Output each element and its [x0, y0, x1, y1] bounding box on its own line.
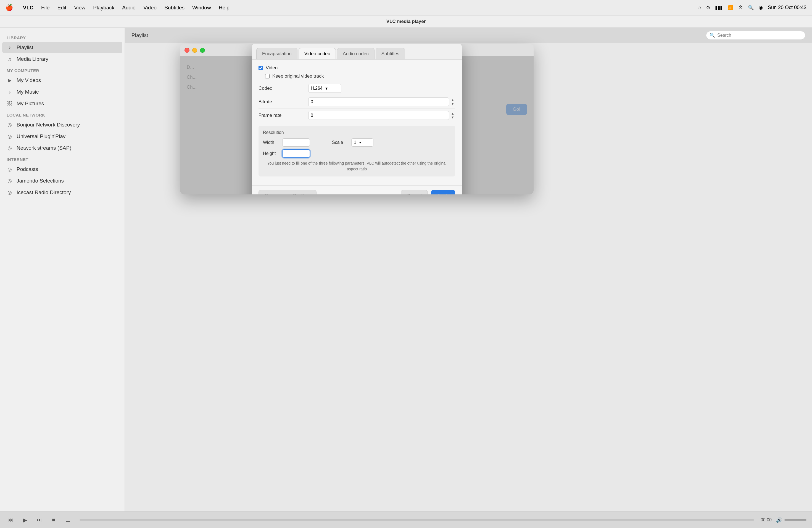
keep-original-checkbox[interactable]: [265, 74, 270, 78]
dialog-content: Video Keep original video track Codec: [252, 60, 462, 185]
sidebar-item-my-videos[interactable]: ▶ My Videos: [0, 75, 125, 86]
stop-button[interactable]: ■: [48, 515, 59, 525]
sidebar-item-bonjour[interactable]: ◎ Bonjour Network Discovery: [0, 119, 125, 131]
cancel-button[interactable]: Cancel: [401, 190, 428, 194]
framerate-control: 0 ▲ ▼: [308, 111, 455, 120]
progress-bar[interactable]: [79, 519, 754, 520]
scale-select-arrow: ▼: [359, 141, 362, 144]
prev-button[interactable]: ⏮: [5, 515, 15, 525]
sidebar-item-network-streams-label: Network streams (SAP): [17, 145, 71, 151]
volume-icon[interactable]: 🔊: [776, 517, 782, 523]
framerate-up[interactable]: ▲: [450, 112, 455, 115]
window-titlebar: VLC media player: [0, 15, 812, 28]
maximize-button[interactable]: [200, 48, 205, 53]
window-title: VLC media player: [387, 19, 426, 24]
menubar: 🍎 VLC File Edit View Playback Audio Vide…: [0, 0, 812, 15]
search-input[interactable]: [717, 33, 802, 38]
framerate-stepper[interactable]: ▲ ▼: [450, 112, 455, 119]
cast-icon[interactable]: ⌂: [698, 5, 701, 11]
volume-slider[interactable]: [784, 519, 807, 520]
internet-section-label: INTERNET: [0, 154, 125, 163]
wifi-icon[interactable]: 📶: [727, 5, 733, 11]
bitrate-down[interactable]: ▼: [450, 102, 455, 106]
codec-dialog: Encapsulation Video codec Audio codec Su…: [252, 44, 462, 194]
tab-encapsulation[interactable]: Encapsulation: [256, 48, 298, 59]
sidebar-item-icecast[interactable]: ◎ Icecast Radio Directory: [0, 187, 125, 198]
search-icon[interactable]: 🔍: [748, 5, 754, 11]
clock-icon[interactable]: ⏱: [738, 5, 743, 11]
tab-audio-codec[interactable]: Audio codec: [337, 48, 375, 59]
scale-field: Scale 1 ▼: [332, 138, 373, 147]
height-row: Height 830: [263, 149, 451, 158]
width-field: Width 720: [263, 138, 310, 147]
width-label: Width: [263, 140, 279, 145]
search-box[interactable]: 🔍: [706, 31, 806, 40]
my-pictures-icon: 🖼: [6, 101, 13, 107]
codec-select[interactable]: H.264 ▼: [308, 84, 342, 93]
sidebar-item-jamendo-label: Jamendo Selections: [17, 178, 64, 184]
framerate-input[interactable]: 0: [308, 111, 449, 120]
save-profile-button[interactable]: Save as new Profile...: [259, 190, 317, 194]
menu-edit[interactable]: Edit: [57, 5, 67, 11]
width-input[interactable]: 720: [282, 138, 310, 147]
sidebar-item-network-streams[interactable]: ◎ Network streams (SAP): [0, 142, 125, 154]
menu-help[interactable]: Help: [219, 5, 230, 11]
sidebar-item-upnp[interactable]: ◎ Universal Plug'n'Play: [0, 131, 125, 142]
tab-video-codec[interactable]: Video codec: [299, 48, 336, 59]
sidebar-item-my-pictures[interactable]: 🖼 My Pictures: [0, 98, 125, 109]
playlist-icon: ♪: [6, 44, 13, 50]
scale-select[interactable]: 1 ▼: [351, 138, 373, 147]
fast-user-switch-icon[interactable]: ◉: [759, 5, 763, 11]
minimize-button[interactable]: [192, 48, 197, 53]
apple-menu[interactable]: 🍎: [5, 4, 13, 11]
framerate-down[interactable]: ▼: [450, 115, 455, 119]
media-library-icon: ♬: [6, 56, 13, 62]
menu-playback[interactable]: Playback: [93, 5, 114, 11]
scale-label: Scale: [332, 140, 349, 145]
screen-record-icon[interactable]: ⊙: [706, 5, 710, 11]
sidebar: LIBRARY ♪ Playlist ♬ Media Library MY CO…: [0, 28, 125, 524]
sidebar-item-playlist[interactable]: ♪ Playlist: [2, 42, 122, 53]
icecast-icon: ◎: [6, 189, 13, 195]
network-streams-icon: ◎: [6, 145, 13, 151]
playlist-toggle-button[interactable]: ☰: [63, 515, 73, 525]
bitrate-label: Bitrate: [259, 99, 308, 105]
resolution-row: Width 720 Scale 1 ▼: [263, 138, 451, 147]
menu-view[interactable]: View: [74, 5, 85, 11]
dialog-overlay: Encapsulation Video codec Audio codec Su…: [180, 56, 534, 194]
sidebar-item-jamendo[interactable]: ◎ Jamendo Selections: [0, 175, 125, 187]
tabs-bar: Encapsulation Video codec Audio codec Su…: [252, 44, 462, 60]
sidebar-item-podcasts[interactable]: ◎ Podcasts: [0, 163, 125, 175]
close-button[interactable]: [185, 48, 189, 53]
sidebar-item-my-music[interactable]: ♪ My Music: [0, 86, 125, 98]
tab-subtitles[interactable]: Subtitles: [376, 48, 405, 59]
my-music-icon: ♪: [6, 89, 13, 95]
next-button[interactable]: ⏭: [34, 515, 44, 525]
codec-label: Codec: [259, 86, 308, 91]
battery-icon[interactable]: ▮▮▮: [715, 5, 723, 11]
resolution-hint: You just need to fill one of the three f…: [263, 160, 451, 172]
menu-subtitles[interactable]: Subtitles: [164, 5, 185, 11]
bitrate-up[interactable]: ▲: [450, 98, 455, 102]
app-name[interactable]: VLC: [23, 5, 33, 11]
scale-value: 1: [354, 140, 356, 145]
video-checkbox[interactable]: [259, 66, 263, 70]
keep-original-row: Keep original video track: [265, 73, 455, 79]
menu-window[interactable]: Window: [192, 5, 211, 11]
play-button[interactable]: ▶: [20, 515, 30, 525]
bitrate-input[interactable]: 0: [308, 98, 449, 106]
sidebar-item-icecast-label: Icecast Radio Directory: [17, 189, 71, 195]
datetime-display: Sun 20 Oct 00:43: [768, 5, 807, 11]
menu-video[interactable]: Video: [143, 5, 157, 11]
height-input[interactable]: 830: [282, 149, 310, 158]
menu-audio[interactable]: Audio: [122, 5, 135, 11]
sidebar-item-my-videos-label: My Videos: [17, 77, 41, 84]
bitrate-stepper[interactable]: ▲ ▼: [450, 98, 455, 106]
sidebar-item-media-library[interactable]: ♬ Media Library: [0, 53, 125, 65]
sidebar-item-my-music-label: My Music: [17, 89, 39, 95]
menu-file[interactable]: File: [41, 5, 50, 11]
height-label: Height: [263, 151, 279, 156]
video-checkbox-row: Video: [259, 65, 455, 71]
apply-button[interactable]: Apply: [431, 190, 455, 194]
local-network-section-label: LOCAL NETWORK: [0, 109, 125, 119]
